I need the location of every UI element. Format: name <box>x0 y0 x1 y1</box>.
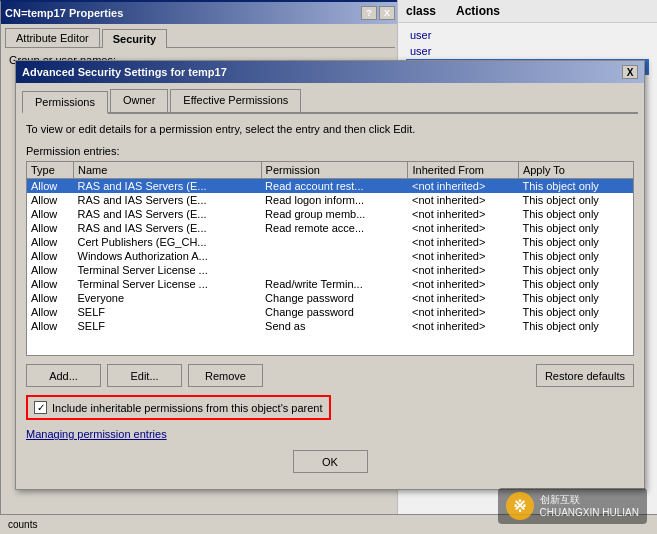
table-row[interactable]: AllowRAS and IAS Servers (E...Read accou… <box>27 179 633 194</box>
table-row[interactable]: AllowTerminal Server License ...Read/wri… <box>27 277 633 291</box>
edit-button[interactable]: Edit... <box>107 364 182 387</box>
cell-inherited: <not inherited> <box>408 319 518 333</box>
cell-apply: This object only <box>518 235 633 249</box>
bottom-text: counts <box>8 519 37 530</box>
inherit-permissions-checkbox[interactable]: ✓ <box>34 401 47 414</box>
cell-inherited: <not inherited> <box>408 277 518 291</box>
adv-body: To view or edit details for a permission… <box>16 114 644 489</box>
cell-apply: This object only <box>518 179 633 194</box>
col-name[interactable]: Name <box>74 162 262 179</box>
cell-inherited: <not inherited> <box>408 207 518 221</box>
cell-apply: This object only <box>518 193 633 207</box>
bg-close-btn[interactable]: X <box>379 6 395 20</box>
ok-cancel-row: OK <box>26 450 634 481</box>
table-row[interactable]: AllowRAS and IAS Servers (E...Read remot… <box>27 221 633 235</box>
cell-apply: This object only <box>518 277 633 291</box>
col-permission[interactable]: Permission <box>261 162 408 179</box>
cell-type: Allow <box>27 221 74 235</box>
checkbox-section: ✓ Include inheritable permissions from t… <box>26 395 331 420</box>
actions-col-header: Actions <box>456 4 500 18</box>
ok-button[interactable]: OK <box>293 450 368 473</box>
cell-permission: Change password <box>261 305 408 319</box>
adv-titlebar: Advanced Security Settings for temp17 X <box>16 61 644 83</box>
bg-title-buttons: ? X <box>361 6 395 20</box>
cell-apply: This object only <box>518 207 633 221</box>
perm-table: Type Name Permission Inherited From Appl… <box>27 162 633 333</box>
adv-close-btn[interactable]: X <box>622 65 638 79</box>
watermark-icon: ※ <box>506 492 534 520</box>
bg-help-btn[interactable]: ? <box>361 6 377 20</box>
cell-name: RAS and IAS Servers (E... <box>74 179 262 194</box>
bg-tabs: Attribute Editor Security <box>5 28 395 48</box>
cell-type: Allow <box>27 193 74 207</box>
perm-table-container[interactable]: Type Name Permission Inherited From Appl… <box>26 161 634 356</box>
watermark-line2: CHUANGXIN HULIAN <box>540 506 639 519</box>
watermark: ※ 创新互联 CHUANGXIN HULIAN <box>498 488 647 524</box>
cell-permission: Change password <box>261 291 408 305</box>
cell-permission: Read group memb... <box>261 207 408 221</box>
cell-type: Allow <box>27 263 74 277</box>
table-row[interactable]: AllowSELFChange password<not inherited>T… <box>27 305 633 319</box>
col-inherited[interactable]: Inherited From <box>408 162 518 179</box>
bg-window-title: CN=temp17 Properties <box>5 7 361 19</box>
cell-type: Allow <box>27 249 74 263</box>
perm-entries-label: Permission entries: <box>26 145 634 157</box>
cell-name: RAS and IAS Servers (E... <box>74 207 262 221</box>
class-col-header: class <box>406 4 436 18</box>
cell-type: Allow <box>27 207 74 221</box>
watermark-line1: 创新互联 <box>540 493 639 506</box>
table-row[interactable]: AllowSELFSend as<not inherited>This obje… <box>27 319 633 333</box>
add-button[interactable]: Add... <box>26 364 101 387</box>
cell-name: SELF <box>74 319 262 333</box>
cell-type: Allow <box>27 179 74 194</box>
cell-name: Cert Publishers (EG_CH... <box>74 235 262 249</box>
col-apply[interactable]: Apply To <box>518 162 633 179</box>
table-header-row: Type Name Permission Inherited From Appl… <box>27 162 633 179</box>
cell-permission: Read remote acce... <box>261 221 408 235</box>
tab-security[interactable]: Security <box>102 29 167 48</box>
cell-type: Allow <box>27 277 74 291</box>
tab-permissions[interactable]: Permissions <box>22 91 108 114</box>
cell-inherited: <not inherited> <box>408 249 518 263</box>
cell-name: Terminal Server License ... <box>74 277 262 291</box>
adv-tabs: Permissions Owner Effective Permissions <box>22 89 638 114</box>
cell-permission: Send as <box>261 319 408 333</box>
right-panel-header: class Actions <box>398 0 657 23</box>
adv-security-dialog: Advanced Security Settings for temp17 X … <box>15 60 645 490</box>
right-item-user2[interactable]: user <box>406 43 649 59</box>
cell-permission <box>261 235 408 249</box>
cell-inherited: <not inherited> <box>408 305 518 319</box>
checkbox-row: ✓ Include inheritable permissions from t… <box>34 401 323 414</box>
manage-link[interactable]: Managing permission entries <box>26 428 634 440</box>
col-type[interactable]: Type <box>27 162 74 179</box>
tab-effective-permissions[interactable]: Effective Permissions <box>170 89 301 112</box>
cell-inherited: <not inherited> <box>408 193 518 207</box>
remove-button[interactable]: Remove <box>188 364 263 387</box>
right-item-user1[interactable]: user <box>406 27 649 43</box>
cell-permission <box>261 263 408 277</box>
tab-attribute-editor[interactable]: Attribute Editor <box>5 28 100 47</box>
cell-name: RAS and IAS Servers (E... <box>74 221 262 235</box>
cell-apply: This object only <box>518 221 633 235</box>
cell-name: RAS and IAS Servers (E... <box>74 193 262 207</box>
bg-titlebar: CN=temp17 Properties ? X <box>1 2 399 24</box>
watermark-text: 创新互联 CHUANGXIN HULIAN <box>540 493 639 519</box>
cell-name: Windows Authorization A... <box>74 249 262 263</box>
cell-inherited: <not inherited> <box>408 235 518 249</box>
table-row[interactable]: AllowTerminal Server License ...<not inh… <box>27 263 633 277</box>
cell-apply: This object only <box>518 291 633 305</box>
table-row[interactable]: AllowRAS and IAS Servers (E...Read group… <box>27 207 633 221</box>
cell-type: Allow <box>27 319 74 333</box>
restore-defaults-button[interactable]: Restore defaults <box>536 364 634 387</box>
table-row[interactable]: AllowCert Publishers (EG_CH...<not inher… <box>27 235 633 249</box>
table-row[interactable]: AllowRAS and IAS Servers (E...Read logon… <box>27 193 633 207</box>
cell-apply: This object only <box>518 305 633 319</box>
adv-dialog-title: Advanced Security Settings for temp17 <box>22 66 622 78</box>
table-row[interactable]: AllowWindows Authorization A...<not inhe… <box>27 249 633 263</box>
table-row[interactable]: AllowEveryoneChange password<not inherit… <box>27 291 633 305</box>
cell-inherited: <not inherited> <box>408 263 518 277</box>
watermark-box: ※ 创新互联 CHUANGXIN HULIAN <box>498 488 647 524</box>
cell-apply: This object only <box>518 319 633 333</box>
cell-name: SELF <box>74 305 262 319</box>
tab-owner[interactable]: Owner <box>110 89 168 112</box>
